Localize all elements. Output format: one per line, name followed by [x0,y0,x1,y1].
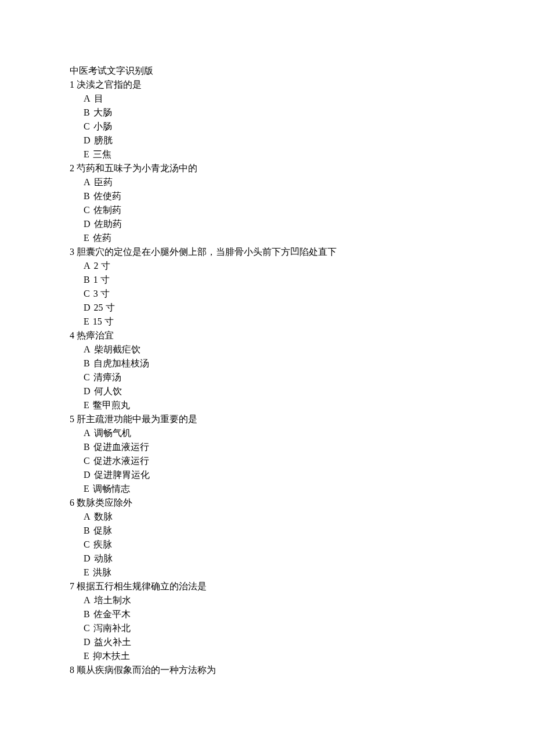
option: C 3 寸 [84,287,464,301]
option-text: 促脉 [91,525,112,535]
option-text: 小肠 [91,121,112,131]
option-text: 泻南补北 [91,623,131,633]
option-list: A 目B 大肠C 小肠D 膀胱E 三焦 [70,92,464,161]
option-text: 调畅情志 [91,484,130,494]
option-label: E [84,567,89,577]
question-text: 5 肝主疏泄功能中最为重要的是 [70,412,464,426]
option-label: A [84,595,91,605]
option: E 调畅情志 [84,482,464,496]
option: B 促进血液运行 [84,440,464,454]
option-list: A 培土制水B 佐金平木C 泻南补北D 益火补土E 抑木扶土 [70,593,464,663]
option: D 膀胱 [84,134,464,147]
option-list: A 数脉B 促脉C 疾脉D 动脉E 洪脉 [70,510,464,579]
question-text: 6 数脉类应除外 [70,496,464,510]
option-text: 佐助药 [92,219,122,229]
option: E 鳖甲煎丸 [84,398,464,412]
option-label: A [84,344,91,354]
option-label: A [84,177,91,187]
option-text: 25 寸 [92,303,115,312]
option-text: 佐药 [91,233,111,243]
option-label: A [84,512,91,521]
option: A 目 [84,92,464,106]
question: 7 根据五行相生规律确立的治法是A 培土制水B 佐金平木C 泻南补北D 益火补土… [70,579,464,663]
option-list: A 调畅气机B 促进血液运行C 促进水液运行D 促进脾胃运化E 调畅情志 [70,426,464,496]
option-label: B [84,442,90,452]
option-text: 培土制水 [92,595,131,605]
option-label: E [84,651,89,661]
option-text: 臣药 [92,177,113,187]
option-text: 佐使药 [91,191,121,201]
option: E 三焦 [84,147,464,161]
option-label: C [84,289,90,298]
option-text: 大肠 [91,107,112,117]
option: D 佐助药 [84,217,464,231]
option: E 佐药 [84,231,464,245]
option-label: D [84,135,91,145]
option-text: 促进水液运行 [91,456,149,466]
option-text: 疾脉 [91,539,112,549]
question: 4 热瘴治宜A 柴胡截疟饮B 自虎加桂枝汤C 清瘴汤D 何人饮E 鳖甲煎丸 [70,329,464,412]
option: D 25 寸 [84,301,464,315]
option-label: C [84,121,90,131]
option: C 促进水液运行 [84,454,464,468]
option-text: 抑木扶土 [91,651,130,661]
option: A 数脉 [84,510,464,524]
question-text: 7 根据五行相生规律确立的治法是 [70,579,464,593]
option-label: E [84,316,89,326]
option-text: 1 寸 [91,275,110,285]
option-list: A 臣药B 佐使药C 佐制药D 佐助药E 佐药 [70,175,464,245]
option: C 疾脉 [84,538,464,552]
option-label: A [84,261,91,271]
option-text: 洪脉 [91,567,111,577]
option-label: A [84,93,91,103]
document-title: 中医考试文字识别版 [70,64,464,78]
option-text: 2 寸 [92,261,110,271]
question: 8 顺从疾病假象而治的一种方法称为 [70,663,464,677]
question-text: 4 热瘴治宜 [70,329,464,343]
option-label: C [84,372,90,382]
question: 5 肝主疏泄功能中最为重要的是A 调畅气机B 促进血液运行C 促进水液运行D 促… [70,412,464,496]
option: B 自虎加桂枝汤 [84,357,464,370]
document-page: 中医考试文字识别版 1 决渎之官指的是A 目B 大肠C 小肠D 膀胱E 三焦2 … [0,0,464,677]
option: D 益火补土 [84,635,464,649]
question: 1 决渎之官指的是A 目B 大肠C 小肠D 膀胱E 三焦 [70,78,464,161]
option-text: 佐金平木 [91,609,131,619]
option-label: D [84,303,91,312]
option: A 调畅气机 [84,426,464,440]
option-list: A 柴胡截疟饮B 自虎加桂枝汤C 清瘴汤D 何人饮E 鳖甲煎丸 [70,343,464,412]
option: B 佐使药 [84,189,464,203]
option: A 柴胡截疟饮 [84,343,464,357]
option-text: 目 [92,93,103,103]
option-text: 鳖甲煎丸 [91,400,130,410]
option-label: B [84,275,90,285]
question-text: 3 胆囊穴的定位是在小腿外侧上部，当腓骨小头前下方凹陷处直下 [70,245,464,259]
option-label: C [84,456,90,466]
option-text: 三焦 [91,149,111,159]
option-text: 自虎加桂枝汤 [91,358,149,368]
option-label: B [84,191,90,201]
option-text: 3 寸 [91,289,110,298]
option-label: B [84,358,90,368]
option-label: D [84,553,91,563]
option: C 佐制药 [84,203,464,217]
question-list: 1 决渎之官指的是A 目B 大肠C 小肠D 膀胱E 三焦2 芍药和五味子为小青龙… [70,78,464,677]
option-label: D [84,386,91,396]
option-label: B [84,609,90,619]
option-label: B [84,525,90,535]
option-label: D [84,219,91,229]
option-label: E [84,484,89,494]
option-text: 益火补土 [92,637,131,647]
option-label: C [84,623,90,633]
option: B 大肠 [84,106,464,120]
option-text: 15 寸 [91,316,114,326]
option-label: E [84,400,89,410]
option-label: D [84,470,91,480]
option-text: 膀胱 [92,135,113,145]
option-text: 调畅气机 [92,428,131,438]
option-label: E [84,149,89,159]
option: B 促脉 [84,524,464,538]
option: C 小肠 [84,120,464,134]
option: A 臣药 [84,175,464,189]
option: D 促进脾胃运化 [84,468,464,482]
option: B 1 寸 [84,273,464,287]
